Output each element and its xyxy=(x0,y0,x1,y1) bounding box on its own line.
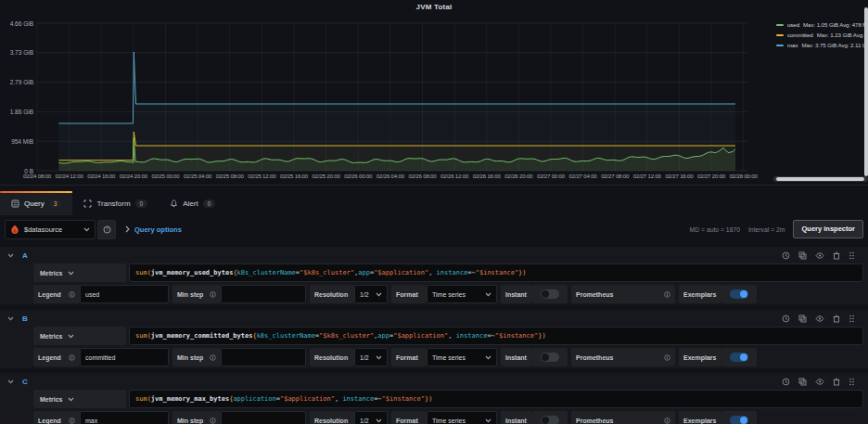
legend-input[interactable] xyxy=(80,411,169,424)
instant-toggle[interactable] xyxy=(532,285,568,303)
duplicate-icon[interactable] xyxy=(798,251,807,260)
history-icon[interactable] xyxy=(782,378,790,386)
exemplars-toggle[interactable] xyxy=(721,285,757,303)
min-step-input[interactable] xyxy=(221,411,306,424)
x-tick-label: 02/25 04:00 xyxy=(181,173,214,179)
legend-item-max[interactable]: maxMax: 3.75 GiB Avg: 2.11 GiB xyxy=(776,40,868,50)
instant-toggle[interactable] xyxy=(532,348,568,366)
metrics-browser-dropdown[interactable]: Metrics xyxy=(33,263,126,282)
min-step-input[interactable] xyxy=(221,348,306,366)
vertical-scrollbar-thumb[interactable] xyxy=(864,7,868,176)
info-icon[interactable] xyxy=(664,354,670,361)
chevron-down-icon xyxy=(485,418,491,423)
eye-icon[interactable] xyxy=(815,378,824,386)
query-ref-id: B xyxy=(22,315,28,323)
query-row-header: A xyxy=(0,249,868,262)
duplicate-icon[interactable] xyxy=(798,315,807,323)
trash-icon[interactable] xyxy=(833,378,840,386)
format-select[interactable]: Time series xyxy=(427,411,497,424)
drag-handle-icon[interactable] xyxy=(849,378,855,386)
tab-alert[interactable]: Alert 0 xyxy=(159,191,226,215)
query-editor-row: Metrics sum(jvm_memory_max_bytes{applica… xyxy=(33,390,863,408)
query-options-row: Legend Min step Resolution 1/2 Format Ti… xyxy=(33,348,863,366)
info-icon[interactable] xyxy=(664,418,670,424)
history-icon[interactable] xyxy=(782,315,790,323)
x-tick-label: 02/28 00:00 xyxy=(727,173,760,179)
trash-icon[interactable] xyxy=(833,251,840,260)
y-tick-label: 3.73 GiB xyxy=(2,49,33,56)
metrics-browser-dropdown[interactable]: Metrics xyxy=(33,390,126,408)
legend-series-stats: Max: 1.23 GiB Avg: 78 xyxy=(817,32,868,38)
tab-query[interactable]: Query 3 xyxy=(0,191,72,215)
promql-expression-input[interactable]: sum(jvm_memory_used_bytes{k8s_clusterNam… xyxy=(129,263,863,282)
format-select[interactable]: Time series xyxy=(427,285,497,303)
y-tick-label: 2.79 GiB xyxy=(2,79,33,85)
legend-series-name: max xyxy=(787,42,798,48)
promql-expression-input[interactable]: sum(jvm_memory_committed_bytes{k8s_clust… xyxy=(129,327,863,345)
datasource-help-button[interactable]: ? xyxy=(97,220,116,239)
min-step-input[interactable] xyxy=(221,285,306,303)
info-icon[interactable] xyxy=(210,354,216,361)
horizontal-scrollbar-thumb[interactable] xyxy=(776,177,864,181)
transform-icon xyxy=(83,199,92,208)
info-icon[interactable] xyxy=(69,354,75,361)
collapse-chevron-icon[interactable] xyxy=(7,253,14,258)
eye-icon[interactable] xyxy=(815,251,824,260)
query-row-A: A Metrics sum(jvm_memory_used_bytes{k8s_… xyxy=(0,247,868,305)
resolution-select[interactable]: 1/2 xyxy=(354,285,388,303)
query-ref-id: C xyxy=(22,378,28,386)
metrics-browser-dropdown[interactable]: Metrics xyxy=(33,327,126,345)
drag-handle-icon[interactable] xyxy=(849,315,855,323)
legend-input[interactable] xyxy=(80,348,169,366)
legend-series-name: used xyxy=(787,21,799,28)
instant-toggle[interactable] xyxy=(532,411,568,424)
legend-marker xyxy=(776,34,784,36)
min-step-field-label: Min step xyxy=(172,411,221,424)
trash-icon[interactable] xyxy=(833,315,840,323)
collapse-chevron-icon[interactable] xyxy=(7,379,14,384)
info-icon[interactable] xyxy=(210,418,216,424)
eye-icon[interactable] xyxy=(815,315,824,323)
x-tick-label: 02/27 20:00 xyxy=(695,173,728,179)
y-tick-label: 1.86 GiB xyxy=(2,109,33,115)
exemplars-toggle[interactable] xyxy=(721,348,757,366)
exemplars-toggle[interactable] xyxy=(721,411,757,424)
x-tick-label: 02/26 16:00 xyxy=(470,173,504,179)
drag-handle-icon[interactable] xyxy=(849,251,855,260)
format-field-label: Format xyxy=(391,285,427,303)
history-icon[interactable] xyxy=(782,251,790,260)
resolution-select[interactable]: 1/2 xyxy=(354,411,388,424)
duplicate-icon[interactable] xyxy=(798,378,807,386)
info-icon[interactable] xyxy=(664,291,670,298)
x-tick-label: 02/25 16:00 xyxy=(277,173,311,179)
timeseries-panel: JVM Total 4.66 GiB3.73 GiB2.79 GiB1.86 G… xyxy=(0,0,868,186)
collapse-chevron-icon[interactable] xyxy=(7,316,14,321)
prometheus-flame-icon xyxy=(10,225,19,235)
tab-transform[interactable]: Transform 0 xyxy=(72,191,159,215)
chevron-down-icon xyxy=(485,292,491,297)
info-icon[interactable] xyxy=(69,291,75,298)
query-options-toggle[interactable]: Query options xyxy=(125,225,182,234)
info-icon[interactable] xyxy=(210,291,216,298)
timeseries-chart[interactable] xyxy=(0,0,868,186)
info-icon[interactable] xyxy=(69,418,75,424)
query-editor-row: Metrics sum(jvm_memory_committed_bytes{k… xyxy=(33,327,863,345)
min-step-field-label: Min step xyxy=(172,348,221,366)
tab-alert-label: Alert xyxy=(183,199,198,208)
legend-item-used[interactable]: usedMax: 1.05 GiB Avg: 478 MiB xyxy=(776,19,868,30)
legend-item-committed[interactable]: committedMax: 1.23 GiB Avg: 78 xyxy=(776,30,868,40)
chevron-down-icon xyxy=(83,227,90,232)
query-row-header: C xyxy=(0,375,868,388)
datasource-picker[interactable]: $datasource xyxy=(5,220,96,239)
x-tick-label: 02/24 16:00 xyxy=(84,173,118,179)
legend-field-label: Legend xyxy=(33,285,80,303)
chevron-down-icon xyxy=(68,397,74,402)
format-select[interactable]: Time series xyxy=(427,348,497,366)
x-tick-label: 02/24 08:00 xyxy=(20,173,54,179)
resolution-select[interactable]: 1/2 xyxy=(354,348,388,366)
query-inspector-button[interactable]: Query inspector xyxy=(793,220,863,238)
datasource-value: $datasource xyxy=(24,225,79,234)
interval-text: Interval = 2m xyxy=(748,226,785,233)
legend-input[interactable] xyxy=(80,285,169,303)
promql-expression-input[interactable]: sum(jvm_memory_max_bytes{application="$a… xyxy=(129,390,863,408)
